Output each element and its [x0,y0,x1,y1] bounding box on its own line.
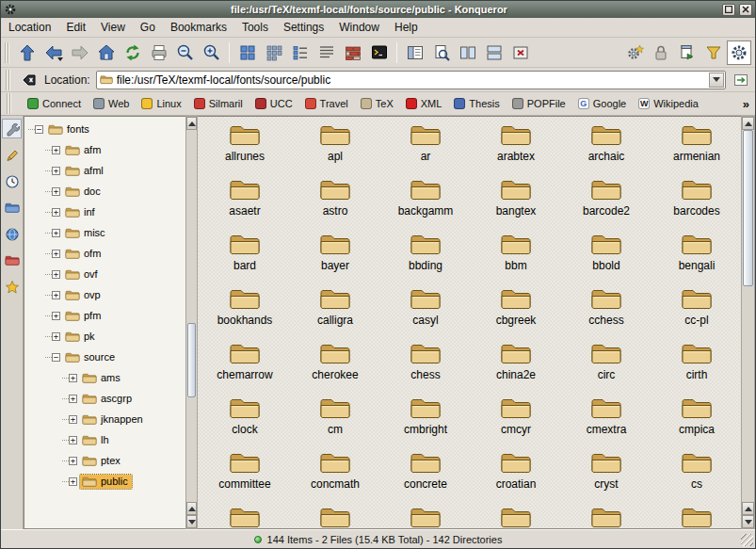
lock-view-button[interactable] [648,40,673,65]
tree-item[interactable]: + lh [24,429,185,450]
show-navigation-panel-button[interactable] [402,40,427,65]
tree-item[interactable]: + afml [24,160,185,181]
main-scrollbar[interactable] [741,116,755,529]
folder-item[interactable]: asaetr [200,177,290,232]
folder-item[interactable]: concrete [380,450,471,505]
tree-item[interactable]: + ovf [24,264,185,284]
home-button[interactable] [93,40,119,65]
folder-item[interactable]: chess [380,341,471,396]
tree-item[interactable]: + afm [24,139,185,160]
bookmark-item[interactable]: Thesis [454,98,499,109]
filter-button[interactable] [700,40,726,65]
folder-item[interactable] [651,505,741,529]
menu-item[interactable]: Help [394,21,418,34]
bookmark-item[interactable]: W Wikipedia [638,98,699,109]
maximize-button[interactable] [722,4,735,16]
main-scroll-thumb[interactable] [743,130,753,286]
tree-scrollbar[interactable] [185,116,198,529]
folder-item[interactable]: astro [290,177,380,232]
folder-item[interactable] [561,505,651,529]
folder-item[interactable]: bookhands [200,286,290,341]
tree-expander[interactable]: + [69,457,77,465]
tree-expander[interactable]: + [69,477,77,486]
tree-expander[interactable]: + [52,187,60,196]
folder-item[interactable]: cmcyr [471,396,561,450]
folder-item[interactable]: bengali [651,232,741,286]
tree-expander[interactable]: + [69,415,77,424]
folder-item[interactable] [290,505,380,529]
back-button[interactable] [40,40,66,65]
sidebar-tab-root[interactable] [2,250,22,270]
folder-item[interactable]: cs [651,450,741,505]
sidebar-tab-network[interactable] [2,224,22,244]
tree-item[interactable]: + public [24,471,185,492]
tree-expander[interactable]: + [52,332,60,341]
terminal-button[interactable] [366,40,392,65]
menu-item[interactable]: Go [140,21,155,34]
tree-scroll-up-button[interactable] [186,117,197,130]
folder-item[interactable]: calligra [290,286,380,341]
print-button[interactable] [146,40,171,65]
tree-item[interactable]: + pk [24,326,185,347]
tree-expander[interactable]: + [52,229,60,237]
tree-item[interactable]: + misc [24,222,185,243]
gear-sparkle-button[interactable] [621,40,647,65]
menu-item[interactable]: Edit [66,21,86,34]
main-scroll-up-button[interactable] [742,117,754,130]
folder-item[interactable]: circ [561,341,651,396]
bookmark-item[interactable]: UCC [255,98,293,109]
tree-item[interactable]: + ascgrp [24,388,185,409]
tree-scroll-track[interactable] [186,130,197,502]
folder-item[interactable]: apl [290,122,380,177]
folder-item[interactable]: committee [200,450,290,505]
up-button[interactable] [14,40,40,65]
folder-item[interactable]: bbm [471,232,561,286]
tree-item[interactable]: + jknappen [24,409,185,429]
location-input[interactable]: file:/usr/TeX/texmf-local/fonts/source/p… [96,71,726,89]
tree-item[interactable]: + ptex [24,450,185,471]
tree-item[interactable]: + doc [24,181,185,202]
bookmark-item[interactable]: Linux [141,98,181,109]
folder-item[interactable]: bbold [561,232,651,286]
folder-item[interactable]: cchess [561,286,651,341]
sidebar-tab-services[interactable] [2,277,22,297]
zoom-out-button[interactable] [172,40,198,65]
main-scroll-up2-button[interactable] [742,502,754,515]
folder-item[interactable]: barcodes [651,177,741,232]
sidebar-tab-home[interactable] [2,198,22,218]
tree-expander[interactable]: + [52,250,60,258]
tree-item[interactable]: + pfm [24,305,185,326]
sidebar-tab-bookmarks[interactable] [2,145,22,165]
folder-item[interactable]: bard [200,232,290,286]
tree-expander[interactable]: + [69,395,77,403]
menu-item[interactable]: Settings [283,21,324,34]
location-go-button[interactable] [732,71,750,89]
tree-item[interactable]: + ams [24,367,185,388]
bookmark-item[interactable]: G Google [578,98,626,109]
folder-item[interactable]: archaic [561,122,651,177]
toolbar-handle[interactable] [5,42,9,63]
tree-expander[interactable]: + [52,146,60,154]
bookmarks-toolbar-handle[interactable] [7,93,11,114]
folder-item[interactable]: cm [290,396,380,450]
bookmark-item[interactable]: Connect [27,98,81,109]
find-file-button[interactable] [428,40,454,65]
main-scroll-track[interactable] [742,130,754,502]
tree-expander[interactable]: + [52,312,60,320]
folder-item[interactable]: cmextra [561,396,651,450]
folder-item[interactable]: china2e [471,341,561,396]
menu-item[interactable]: Tools [242,21,268,34]
bookmark-item[interactable]: Travel [305,98,348,109]
folder-item[interactable]: allrunes [200,122,290,177]
tree-item[interactable]: + inf [24,202,185,222]
multicolumn-view-button[interactable] [261,40,286,65]
split-view-top-bottom-button[interactable] [481,40,507,65]
icon-view-button[interactable] [234,40,260,65]
folder-item[interactable]: clock [200,396,290,450]
menu-item[interactable]: Location [8,21,51,34]
tree-expander[interactable]: − [35,125,43,134]
folder-item[interactable]: croatian [471,450,561,505]
bricks-view-button[interactable] [340,40,365,65]
bookmark-item[interactable]: TeX [361,98,394,109]
sidebar-tab-history[interactable] [2,171,22,191]
